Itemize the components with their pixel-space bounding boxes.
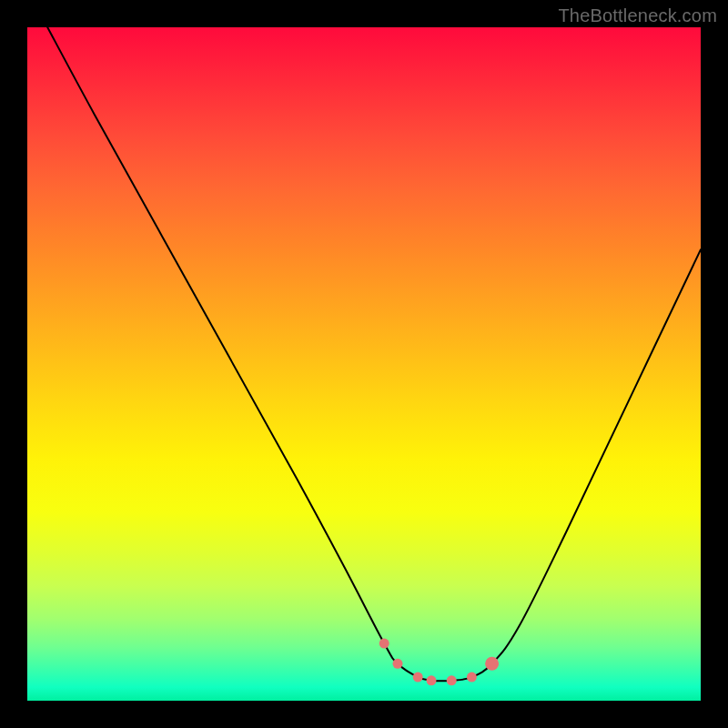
- optimal-marker: [413, 672, 423, 682]
- optimal-marker: [447, 675, 457, 685]
- optimal-marker: [427, 675, 437, 685]
- optimal-marker: [379, 639, 389, 649]
- optimal-marker: [485, 657, 499, 671]
- watermark-text: TheBottleneck.com: [558, 5, 717, 26]
- optimal-marker: [467, 672, 477, 682]
- bottleneck-curve: [47, 27, 701, 681]
- optimal-marker: [393, 659, 403, 669]
- plot-area: [27, 27, 701, 701]
- curve-svg: [27, 27, 701, 701]
- chart-frame: TheBottleneck.com: [0, 0, 728, 728]
- optimal-zone-markers: [379, 639, 499, 686]
